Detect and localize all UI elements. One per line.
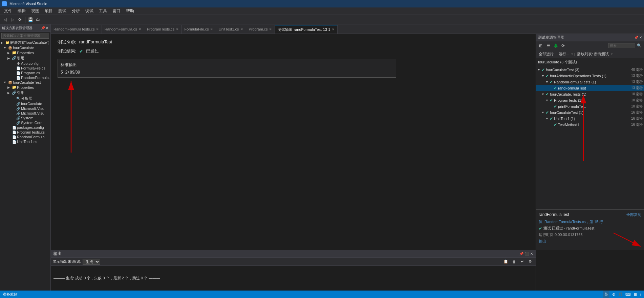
tree-item-ref-1[interactable]: ▶ 🔗 引用 [0,55,50,61]
output-panel-header: 输出 📌 ⬛ ✕ [51,250,536,258]
output-source-select[interactable]: 生成 调试 [83,259,100,265]
tree-item-program[interactable]: · 📄 Program.cs [0,71,50,75]
sidebar-close-icon[interactable]: ✕ [46,26,48,30]
search-icon[interactable]: 🔍 [636,42,643,49]
menu-test[interactable]: 测试 [56,7,69,15]
test-tree-fourcaculatetest[interactable]: ▼ ✔ fourCaculateTest (3) 40 毫秒 [536,67,644,73]
tree-item-unittest1[interactable]: · 📄 UnitTest1.cs [0,139,50,144]
status-icon-4[interactable]: ▦ [634,292,637,297]
tab-close-6[interactable]: ✕ [269,27,272,31]
tree-item-formulafile[interactable]: · 📄 FormulaFile.cs [0,66,50,71]
output-btn-filter[interactable]: ⚙ [527,258,534,265]
icon-grid-view[interactable]: ⊞ [537,42,544,49]
icon-tree-view[interactable]: 🌲 [552,42,559,49]
tree-item-properties-2[interactable]: ▶ 📁 Properties [0,85,50,90]
tree-item-system-core[interactable]: · 🔗 System.Core [0,120,50,125]
menu-edit[interactable]: 编辑 [15,7,28,15]
test-explorer-close-icon[interactable]: ✕ [639,36,642,39]
test-tree-printformulate[interactable]: · ✔ printFormulaTe... 10 毫秒 [536,103,644,110]
tab-bar: RandomFormulaTests.cs ✕ RandomFormula.cs… [51,24,644,34]
toolbar-btn-forward[interactable]: ▷ [9,16,16,23]
tab-unittest1[interactable]: UnitTest1.cs ✕ [216,25,246,34]
output-btn-wrap[interactable]: ↵ [519,258,525,265]
tab-randomformula[interactable]: RandomFormula.cs ✕ [102,25,144,34]
test-tree-randformulatest[interactable]: · ✔ randFormulaTest 13 毫秒 [536,85,644,91]
popup-status: 测试 已通过 - randFormulaTest [543,226,594,231]
tree-item-analyzer[interactable]: · 🔍 分析器 [0,96,50,101]
copy-all-btn[interactable]: 全部复制 [626,212,641,217]
menu-debug[interactable]: 调试 [83,7,96,15]
toolbar-btn-stop[interactable]: ⟳ [16,16,24,23]
test-tree-fourcaculatetests[interactable]: ▼ ✔ fourCaculate.Tests (1) 10 毫秒 [536,91,644,97]
tab-close-5[interactable]: ✕ [240,27,243,31]
playlist-btn[interactable]: 播放列表: 所有测试 [576,52,610,57]
output-btn-copy[interactable]: 📋 [502,258,509,265]
status-icon-5[interactable]: ↑ [640,292,642,296]
toolbar-btn-back[interactable]: ◁ [1,16,9,23]
app-title: Microsoft Visual Studio [9,2,47,6]
sidebar-pin-icon[interactable]: 📌 [41,26,45,30]
tree-item-packages-config[interactable]: · 📄 packages.config [0,125,50,130]
icon-list-view[interactable]: ☰ [545,42,552,49]
tab-close-3[interactable]: ✕ [176,27,179,31]
standard-output-value: 5+2+89/89 [61,70,393,75]
tree-item-properties-1[interactable]: ▶ 📁 Properties [0,50,50,55]
test-tree-foururithmetic[interactable]: ▼ ✔ fourArithmeticOperations.Tests (1) 1… [536,73,644,79]
test-tree-fourcaculatetest2[interactable]: ▼ ✔ fourCaculateTest (1) 16 毫秒 [536,110,644,116]
status-icon-2[interactable]: 🎵 [618,292,623,297]
menu-tools[interactable]: 工具 [96,7,110,15]
tree-item-appconfig[interactable]: · ⚙ App.config [0,61,50,66]
status-lang[interactable]: 英 [603,291,609,298]
tree-item-solution[interactable]: ▶ 📁 解决方案'fourCaculate'( [0,40,50,45]
output-close-icon[interactable]: ✕ [530,252,533,256]
menu-file[interactable]: 文件 [1,7,15,15]
tab-close-1[interactable]: ✕ [96,27,99,31]
popup-output-link[interactable]: 输出 [539,239,641,244]
editor-area: 测试名称: randFormulaTest 测试结果: ✔ 已通过 标准输出 5… [51,34,536,250]
tree-item-ms-visu-1[interactable]: · 🔗 Microsoft.Visu [0,106,50,111]
tab-close-7[interactable]: ✕ [332,28,335,31]
test-explorer-search[interactable] [608,43,635,48]
tab-formulafile[interactable]: FormulaFile.cs ✕ [182,25,216,34]
separator-1 [25,17,25,23]
popup-link[interactable]: 源: RandomFormulaTests.cs，第 15 行 [539,219,641,224]
tree-item-ms-visu-2[interactable]: · 🔗 Microsoft.Visu [0,111,50,116]
tab-program[interactable]: Program.cs ✕ [246,25,275,34]
tree-item-programtests[interactable]: · 📄 ProgramTests.cs [0,130,50,135]
status-icon-3[interactable]: ⌨ [625,292,631,297]
tree-item-randomformulatests[interactable]: · 📄 RandomFormula [0,135,50,139]
output-pin-icon[interactable]: 📌 [519,252,523,256]
sidebar-search-input[interactable] [1,33,49,39]
tree-item-fourcaculate-project[interactable]: ▼ 📦 fourCaculate [0,45,50,50]
toolbar-btn-save[interactable]: 💾 [27,16,34,23]
test-explorer-pin-icon[interactable]: 📌 [634,36,638,39]
menu-help[interactable]: 帮助 [123,7,137,15]
tree-item-fourcaculatetest-project[interactable]: ▼ 📦 fourCaculateTest [0,80,50,85]
tab-close-4[interactable]: ✕ [210,27,213,31]
menu-view[interactable]: 视图 [28,7,42,15]
menu-window[interactable]: 窗口 [110,7,123,15]
tree-item-randomformula-cs[interactable]: · 📄 RandomFormula. [0,75,50,80]
test-tree-randomformulatests[interactable]: ▼ ✔ RandomFormulaTests (1) 13 毫秒 [536,79,644,85]
output-btn-clear[interactable]: 🗑 [511,258,517,265]
tab-testoutput[interactable]: 测试输出-randFormulaTest-13-1 ✕ [275,25,338,34]
test-tree-programtests[interactable]: ▼ ✔ ProgramTests (1) 10 毫秒 [536,97,644,103]
menu-project[interactable]: 项目 [42,7,56,15]
test-tree-testmethod1[interactable]: · ✔ TestMethod1 16 毫秒 [536,122,644,128]
tree-item-system[interactable]: · 🔗 System [0,116,50,120]
output-float-icon[interactable]: ⬛ [525,252,529,256]
tab-randomformulatests[interactable]: RandomFormulaTests.cs ✕ [51,25,102,34]
icon-refresh[interactable]: ⟳ [560,42,566,49]
run-btn[interactable]: 运行... [557,52,571,57]
tree-item-ref-2[interactable]: ▶ 🔗 引用 [0,90,50,96]
test-tree-unittest1[interactable]: ▼ ✔ UnitTest1 (1) 16 毫秒 [536,116,644,122]
title-bar: Microsoft Visual Studio [0,0,644,7]
toolbar-btn-saveall[interactable]: 🗂 [34,16,42,23]
tab-programtests[interactable]: ProgramTests.cs ✕ [144,25,182,34]
status-right: 英 ⊙ 🎵 ⌨ ▦ ↑ [603,291,642,298]
menu-analyze[interactable]: 分析 [69,7,83,15]
status-icon-1[interactable]: ⊙ [612,292,615,297]
tree-item-fourcaculate-ref[interactable]: · 🔗 fourCaculate [0,101,50,106]
tab-close-2[interactable]: ✕ [138,27,141,31]
run-all-btn[interactable]: 全部运行 [537,52,555,57]
